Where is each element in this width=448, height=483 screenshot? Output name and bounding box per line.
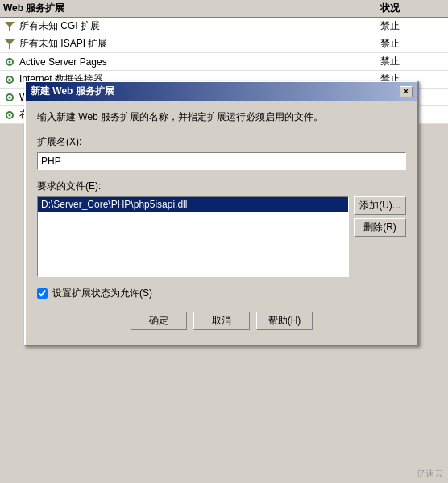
gear-icon bbox=[3, 109, 16, 122]
table-col2-header: 状况 bbox=[380, 2, 445, 15]
dialog-description: 输入新建 Web 服务扩展的名称，并指定扩展运行必须启用的文件。 bbox=[37, 110, 406, 124]
svg-point-3 bbox=[9, 60, 11, 63]
row-name: 所有未知 ISAPI 扩展 bbox=[19, 37, 107, 51]
files-section: D:\Server_Core\PHP\php5isapi.dll 添加(U)..… bbox=[37, 196, 406, 277]
dialog-title: 新建 Web 服务扩展 bbox=[31, 85, 114, 98]
svg-point-7 bbox=[9, 96, 11, 98]
files-listbox[interactable]: D:\Server_Core\PHP\php5isapi.dll bbox=[37, 196, 349, 277]
svg-point-5 bbox=[9, 78, 11, 80]
dialog-titlebar: 新建 Web 服务扩展 × bbox=[26, 82, 417, 101]
help-button[interactable]: 帮助(H) bbox=[256, 312, 313, 330]
gear-icon bbox=[3, 91, 16, 104]
row-status: 禁止 bbox=[380, 19, 445, 33]
table-header: Web 服务扩展 状况 bbox=[0, 0, 448, 18]
row-name: 所有未知 CGI 扩展 bbox=[19, 19, 100, 33]
filter-icon bbox=[3, 38, 16, 51]
table-row: 所有未知 CGI 扩展 禁止 bbox=[0, 18, 448, 35]
checkbox-row: 设置扩展状态为允许(S) bbox=[37, 287, 406, 300]
row-name: Active Server Pages bbox=[19, 56, 107, 68]
extension-name-label: 扩展名(X): bbox=[37, 135, 406, 149]
extension-name-input[interactable] bbox=[37, 152, 406, 170]
gear-icon bbox=[3, 73, 16, 86]
required-files-label: 要求的文件(E): bbox=[37, 180, 406, 193]
new-web-extension-dialog: 新建 Web 服务扩展 × 输入新建 Web 服务扩展的名称，并指定扩展运行必须… bbox=[24, 80, 419, 346]
gear-icon bbox=[3, 56, 16, 68]
checkbox-label: 设置扩展状态为允许(S) bbox=[52, 287, 152, 300]
svg-point-9 bbox=[9, 114, 11, 116]
file-list-item[interactable]: D:\Server_Core\PHP\php5isapi.dll bbox=[38, 197, 348, 212]
table-row: 所有未知 ISAPI 扩展 禁止 bbox=[0, 35, 448, 53]
ok-button[interactable]: 确定 bbox=[131, 312, 187, 330]
filter-icon bbox=[3, 20, 16, 33]
delete-file-button[interactable]: 删除(R) bbox=[354, 218, 406, 237]
cancel-button[interactable]: 取消 bbox=[193, 312, 250, 330]
dialog-close-button[interactable]: × bbox=[400, 86, 413, 97]
row-status: 禁止 bbox=[380, 37, 445, 51]
add-file-button[interactable]: 添加(U)... bbox=[354, 196, 406, 215]
set-allowed-checkbox[interactable] bbox=[37, 288, 48, 299]
table-row: Active Server Pages 禁止 bbox=[0, 53, 448, 71]
row-status: 禁止 bbox=[380, 55, 445, 68]
table-col1-header: Web 服务扩展 bbox=[3, 2, 380, 15]
svg-marker-0 bbox=[5, 22, 15, 31]
svg-marker-1 bbox=[5, 39, 15, 49]
files-buttons: 添加(U)... 删除(R) bbox=[354, 196, 406, 277]
dialog-footer: 确定 取消 帮助(H) bbox=[37, 312, 406, 335]
watermark: 亿速云 bbox=[417, 468, 443, 480]
dialog-body: 输入新建 Web 服务扩展的名称，并指定扩展运行必须启用的文件。 扩展名(X):… bbox=[26, 101, 417, 345]
